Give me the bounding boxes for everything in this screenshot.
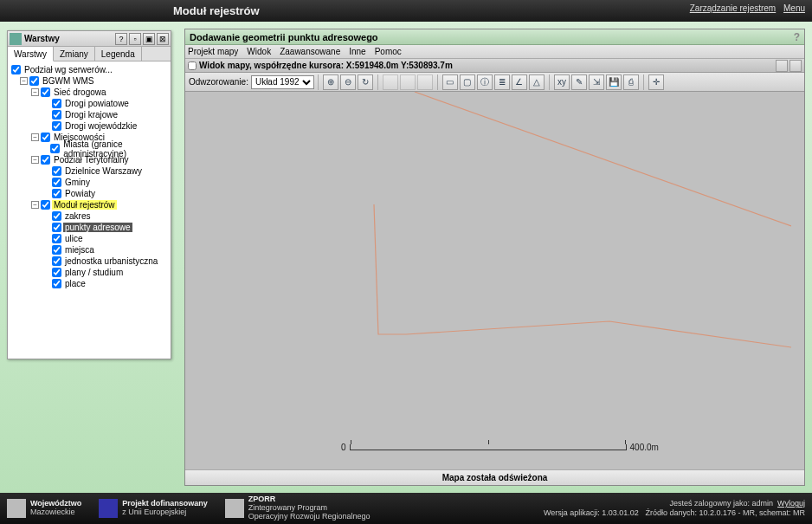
menu-pomoc[interactable]: Pomoc: [375, 47, 402, 56]
menu-projekt[interactable]: Projekt mapy: [188, 47, 238, 56]
tree-checkbox[interactable]: [41, 200, 50, 210]
tree-label[interactable]: plany / studium: [63, 268, 125, 277]
tree-checkbox[interactable]: [52, 268, 61, 277]
tree-checkbox[interactable]: [52, 279, 61, 288]
collapse-icon[interactable]: −: [31, 133, 39, 141]
tree-label[interactable]: Drogi wojewódzkie: [63, 121, 139, 131]
coords-button[interactable]: xy: [554, 74, 570, 90]
map-canvas[interactable]: 0 400.0m: [185, 92, 804, 469]
collapse-icon[interactable]: −: [31, 156, 39, 164]
tool-button[interactable]: [417, 74, 433, 90]
tree-label[interactable]: jednostka urbanistyczna: [63, 256, 159, 266]
layers-button[interactable]: ≣: [494, 74, 510, 90]
tree-label[interactable]: Gminy: [63, 178, 92, 187]
tree-label[interactable]: Moduł rejestrów: [52, 200, 117, 210]
tool-button[interactable]: [400, 74, 416, 90]
tree-label[interactable]: ulice: [63, 234, 85, 243]
window-maximize-icon[interactable]: [789, 60, 802, 72]
tree-label[interactable]: place: [63, 279, 87, 288]
footer-ue-2: z Unii Europejskiej: [122, 508, 208, 517]
tree-checkbox[interactable]: [52, 99, 61, 108]
tree-checkbox[interactable]: [52, 256, 61, 266]
zoom-in-button[interactable]: ⊕: [323, 74, 338, 90]
tab-layers[interactable]: Warstwy: [8, 47, 54, 61]
refresh-button[interactable]: ↻: [358, 74, 373, 90]
map-menu-bar: Projekt mapy Widok Zaawansowane Inne Pom…: [185, 45, 804, 59]
tree-label[interactable]: Sieć drogowa: [52, 87, 108, 97]
tree-checkbox[interactable]: [52, 121, 61, 131]
projection-label: Odwzorowanie:: [189, 77, 248, 87]
tree-checkbox[interactable]: [11, 65, 21, 74]
tree-label[interactable]: Powiaty: [63, 189, 97, 198]
scale-end: 400.0m: [630, 443, 659, 452]
tree-checkbox[interactable]: [52, 178, 61, 187]
minimize-button[interactable]: ▣: [143, 33, 155, 45]
edit-button[interactable]: ✎: [571, 74, 587, 90]
map-status: Mapa została odświeżona: [185, 469, 804, 485]
footer: Województwo Mazowieckie Projekt dofinans…: [0, 493, 812, 524]
export-button[interactable]: ⇲: [589, 74, 604, 90]
tree-label[interactable]: miejsca: [63, 245, 96, 255]
tree-label[interactable]: zakres: [63, 211, 92, 221]
tree-checkbox[interactable]: [52, 211, 61, 221]
tree-checkbox[interactable]: [50, 144, 60, 153]
measure-area-button[interactable]: △: [529, 74, 545, 90]
collapse-icon[interactable]: −: [20, 77, 28, 85]
tool-button[interactable]: [383, 74, 398, 90]
tree-checkbox[interactable]: [41, 87, 50, 97]
tree-checkbox[interactable]: [52, 234, 61, 243]
tab-changes[interactable]: Zmiany: [54, 47, 95, 61]
tree-checkbox[interactable]: [52, 166, 61, 176]
footer-ver: Wersja aplikacji: 1.03.01.02: [544, 508, 639, 517]
help-button[interactable]: ?: [115, 33, 127, 45]
projection-select[interactable]: Układ 1992: [251, 75, 314, 89]
tree-checkbox[interactable]: [52, 110, 61, 120]
logout-link[interactable]: Wyloguj: [777, 499, 805, 508]
tree-checkbox[interactable]: [41, 133, 50, 142]
measure-line-button[interactable]: ∠: [512, 74, 527, 90]
tree-label[interactable]: Drogi powiatowe: [63, 99, 131, 108]
menu-link[interactable]: Menu: [783, 3, 805, 13]
tree-label[interactable]: BGWM WMS: [41, 76, 95, 86]
fullscreen-button[interactable]: ▢: [460, 74, 475, 90]
coord-readout: Widok mapy, współrzędne kursora: X:59194…: [199, 61, 776, 70]
zporr-logo: [225, 499, 244, 518]
layers-panel-title: Warstwy: [24, 34, 115, 43]
tree-checkbox[interactable]: [52, 223, 61, 232]
tree-label[interactable]: Podział Terytorialny: [52, 155, 131, 165]
info-button[interactable]: ⓘ: [477, 74, 493, 90]
footer-logged: Jesteś zalogowny jako: admin: [669, 499, 773, 508]
footer-zporr-2: Operacyjny Rozwoju Regionalnego: [248, 513, 371, 521]
collapse-icon[interactable]: −: [31, 201, 39, 209]
tree-checkbox[interactable]: [29, 76, 39, 86]
map-help-button[interactable]: ?: [794, 31, 800, 43]
tree-label[interactable]: Podział wg serwerów...: [23, 65, 114, 74]
coord-checkbox[interactable]: [188, 61, 197, 70]
restore-button[interactable]: ▫: [129, 33, 141, 45]
footer-src: Źródło danych: 10.2.0.176 - MR, schemat:…: [645, 508, 805, 517]
tree-label[interactable]: Drogi krajowe: [63, 110, 119, 120]
tab-legend[interactable]: Legenda: [95, 47, 142, 61]
layers-panel: Warstwy ? ▫ ▣ ⊠ Warstwy Zmiany Legenda P…: [7, 30, 171, 359]
window-restore-icon[interactable]: [776, 60, 788, 72]
wojewodztwo-logo: [7, 499, 26, 518]
close-button[interactable]: ⊠: [157, 33, 169, 45]
tree-checkbox[interactable]: [52, 189, 61, 198]
tree-label[interactable]: Dzielnice Warszawy: [63, 166, 144, 176]
menu-widok[interactable]: Widok: [247, 47, 271, 56]
zoom-out-button[interactable]: ⊖: [340, 74, 356, 90]
map-window: Dodawanie geometrii punktu adresowego ? …: [184, 29, 805, 486]
collapse-icon[interactable]: −: [31, 88, 39, 96]
save-button[interactable]: 💾: [606, 74, 622, 90]
manage-register-link[interactable]: Zarządzanie rejestrem: [690, 3, 776, 13]
app-title: Moduł rejestrów: [173, 4, 260, 17]
tree-checkbox[interactable]: [41, 155, 50, 165]
menu-inne[interactable]: Inne: [349, 47, 365, 56]
crosshair-button[interactable]: ✛: [648, 74, 664, 90]
tree-label-selected[interactable]: punkty adresowe: [63, 223, 132, 232]
tree-checkbox[interactable]: [52, 245, 61, 255]
menu-zaawansowane[interactable]: Zaawansowane: [280, 47, 340, 56]
layers-icon: [10, 33, 22, 45]
extent-button[interactable]: ▭: [442, 74, 458, 90]
print-button[interactable]: ⎙: [623, 74, 639, 90]
